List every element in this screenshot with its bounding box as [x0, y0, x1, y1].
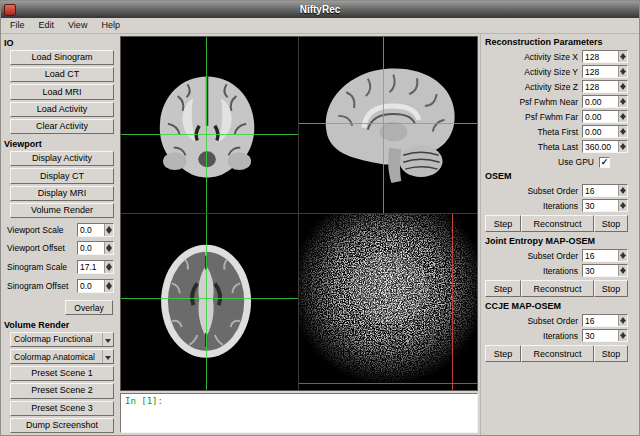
- ccje-iterations-value[interactable]: 30: [583, 330, 618, 341]
- sinogram-scale-spinbox[interactable]: 17.1: [77, 260, 114, 274]
- spin-down-icon[interactable]: [619, 147, 627, 153]
- close-window-button[interactable]: [4, 4, 16, 16]
- clear-activity-button[interactable]: Clear Activity: [10, 119, 114, 134]
- crosshair-vertical: [206, 214, 207, 391]
- display-activity-button[interactable]: Display Activity: [10, 151, 114, 166]
- sinogram-offset-value[interactable]: 0.0: [78, 280, 104, 292]
- ccje-stop-button[interactable]: Stop: [594, 345, 628, 362]
- ccje-subset-order-value[interactable]: 16: [583, 315, 618, 326]
- osem-subset-order-label: Subset Order: [485, 186, 582, 196]
- activity-size-y-spinbox[interactable]: 128: [582, 65, 628, 78]
- coronal-view[interactable]: [121, 37, 299, 214]
- spin-down-icon[interactable]: [105, 248, 113, 254]
- ccje-subset-order-spinbox[interactable]: 16: [582, 314, 628, 327]
- osem-reconstruct-button[interactable]: Reconstruct: [521, 215, 594, 232]
- spin-down-icon[interactable]: [619, 132, 627, 138]
- theta-first-spinbox[interactable]: 0.00: [582, 125, 628, 138]
- preset-scene-3-button[interactable]: Preset Scene 3: [10, 401, 114, 416]
- spin-down-icon[interactable]: [619, 117, 627, 123]
- je-subset-order-value[interactable]: 16: [583, 250, 618, 261]
- psf-fwhm-near-spinbox[interactable]: 0.00: [582, 95, 628, 108]
- spin-down-icon[interactable]: [619, 57, 627, 63]
- spin-down-icon[interactable]: [619, 206, 627, 212]
- je-iterations-spinbox[interactable]: 30: [582, 264, 628, 277]
- spin-down-icon[interactable]: [619, 72, 627, 78]
- use-gpu-checkbox[interactable]: ✓: [599, 157, 610, 168]
- sinogram-scale-value[interactable]: 17.1: [78, 261, 104, 273]
- crosshair-vertical: [452, 214, 453, 391]
- activity-size-x-spinbox[interactable]: 128: [582, 50, 628, 63]
- activity-size-z-value[interactable]: 128: [583, 81, 618, 92]
- viewport-offset-spinbox[interactable]: 0.0: [77, 241, 114, 255]
- load-sinogram-button[interactable]: Load Sinogram: [10, 50, 114, 65]
- menu-view[interactable]: View: [61, 19, 94, 32]
- sinogram-view[interactable]: [299, 214, 477, 391]
- titlebar[interactable]: NiftyRec: [1, 1, 639, 18]
- viewport-scale-value[interactable]: 0.0: [78, 224, 104, 236]
- menu-help[interactable]: Help: [94, 19, 127, 32]
- theta-last-spinbox[interactable]: 360.00: [582, 140, 628, 153]
- axial-view[interactable]: [121, 214, 299, 391]
- viewport-offset-value[interactable]: 0.0: [78, 242, 104, 254]
- view-grid: [120, 36, 478, 391]
- load-activity-button[interactable]: Load Activity: [10, 102, 114, 117]
- sinogram-noise-image: [299, 214, 477, 391]
- spin-down-icon[interactable]: [619, 271, 627, 277]
- sinogram-offset-spinbox[interactable]: 0.0: [77, 279, 114, 293]
- chevron-down-icon: [102, 350, 113, 363]
- theta-last-value[interactable]: 360.00: [583, 141, 618, 152]
- osem-stop-button[interactable]: Stop: [594, 215, 628, 232]
- console[interactable]: In [1]:: [120, 393, 478, 433]
- psf-fwhm-far-label: Psf Fwhm Far: [485, 112, 582, 122]
- je-iterations-value[interactable]: 30: [583, 265, 618, 276]
- viewport-offset-label: Viewport Offset: [7, 243, 77, 253]
- dump-screenshot-button[interactable]: Dump Screenshot: [10, 418, 114, 433]
- preset-scene-2-button[interactable]: Preset Scene 2: [10, 383, 114, 398]
- osem-subset-order-spinbox[interactable]: 16: [582, 184, 628, 197]
- chevron-down-icon: [102, 333, 113, 346]
- osem-subset-order-value[interactable]: 16: [583, 185, 618, 196]
- load-mri-button[interactable]: Load MRI: [10, 84, 114, 99]
- spin-down-icon[interactable]: [105, 230, 113, 236]
- ccje-reconstruct-button[interactable]: Reconstruct: [521, 345, 594, 362]
- spin-down-icon[interactable]: [619, 191, 627, 197]
- colormap-anatomical-combobox[interactable]: Colormap Anatomical: [10, 349, 114, 364]
- menu-file[interactable]: File: [3, 19, 32, 32]
- spin-down-icon[interactable]: [619, 87, 627, 93]
- activity-size-y-value[interactable]: 128: [583, 66, 618, 77]
- psf-fwhm-far-spinbox[interactable]: 0.00: [582, 110, 628, 123]
- je-stop-button[interactable]: Stop: [594, 280, 628, 297]
- spin-down-icon[interactable]: [619, 256, 627, 262]
- menu-edit[interactable]: Edit: [32, 19, 62, 32]
- osem-subset-order-row: Subset Order 16: [485, 183, 636, 198]
- preset-scene-1-button[interactable]: Preset Scene 1: [10, 366, 114, 381]
- activity-size-x-value[interactable]: 128: [583, 51, 618, 62]
- spin-down-icon[interactable]: [105, 286, 113, 292]
- ccje-iterations-spinbox[interactable]: 30: [582, 329, 628, 342]
- psf-fwhm-far-value[interactable]: 0.00: [583, 111, 618, 122]
- activity-size-z-spinbox[interactable]: 128: [582, 80, 628, 93]
- ccje-step-button[interactable]: Step: [485, 345, 521, 362]
- colormap-functional-combobox[interactable]: Colormap Functional: [10, 332, 114, 347]
- volume-render-button[interactable]: Volume Render: [10, 203, 114, 218]
- osem-iterations-value[interactable]: 30: [583, 200, 618, 211]
- spin-down-icon[interactable]: [105, 267, 113, 273]
- overlay-button[interactable]: Overlay: [65, 300, 113, 315]
- sagittal-view[interactable]: [299, 37, 477, 214]
- osem-step-button[interactable]: Step: [485, 215, 521, 232]
- display-ct-button[interactable]: Display CT: [10, 168, 114, 183]
- display-mri-button[interactable]: Display MRI: [10, 186, 114, 201]
- psf-fwhm-near-value[interactable]: 0.00: [583, 96, 618, 107]
- spin-down-icon[interactable]: [619, 321, 627, 327]
- je-step-button[interactable]: Step: [485, 280, 521, 297]
- spin-down-icon[interactable]: [619, 102, 627, 108]
- theta-first-value[interactable]: 0.00: [583, 126, 618, 137]
- viewport-scale-spinbox[interactable]: 0.0: [77, 223, 114, 237]
- spin-down-icon[interactable]: [619, 336, 627, 342]
- osem-iterations-spinbox[interactable]: 30: [582, 199, 628, 212]
- je-reconstruct-button[interactable]: Reconstruct: [521, 280, 594, 297]
- load-ct-button[interactable]: Load CT: [10, 67, 114, 82]
- menubar: File Edit View Help: [1, 18, 639, 34]
- je-subset-order-spinbox[interactable]: 16: [582, 249, 628, 262]
- theta-last-label: Theta Last: [485, 142, 582, 152]
